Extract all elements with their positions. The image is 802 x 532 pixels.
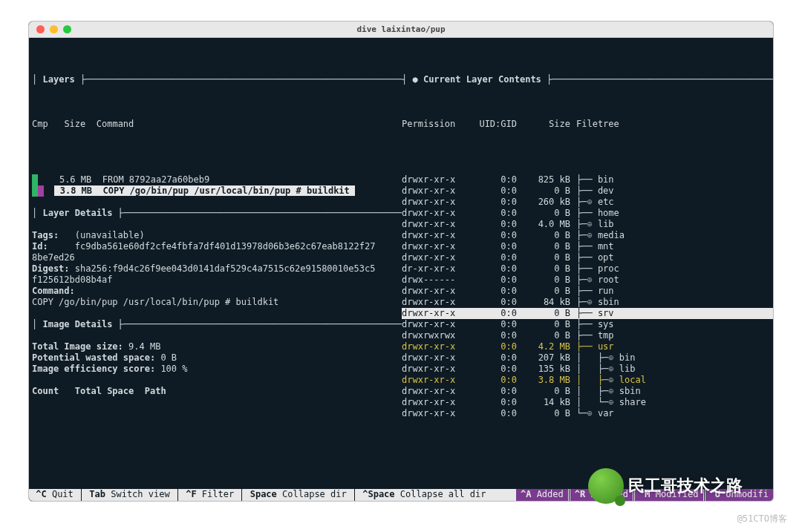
col-command: Command (97, 119, 134, 129)
left-line: COPY /go/bin/pup /usr/local/bin/pup # bu… (32, 297, 402, 308)
file-row[interactable]: drwxr-xr-x0:00 B│ ├─⊕ sbin (402, 386, 773, 397)
sb-cspace[interactable]: ^Space Collapse all dir (356, 489, 493, 501)
col-tree: Filetree (570, 119, 619, 130)
file-row[interactable]: drwxr-xr-x0:00 B├── srv (402, 308, 773, 319)
col-perm: Permission (402, 119, 472, 130)
file-row[interactable]: drwxr-xr-x0:00 B└─⊕ var (402, 408, 773, 419)
window-titlebar[interactable]: dive laixintao/pup (29, 22, 773, 38)
wechat-icon (588, 468, 624, 504)
left-line: f125612bd08b4af (32, 275, 402, 286)
left-line: Count Total Space Path (32, 386, 402, 397)
left-line: Command: (32, 286, 402, 297)
file-row[interactable]: drwxr-xr-x0:0825 kB├── bin (402, 174, 773, 185)
cmp-bar-green (32, 174, 38, 185)
file-row[interactable]: drwxr-xr-x0:084 kB├─⊕ sbin (402, 297, 773, 308)
col-cmp: Cmp (32, 119, 48, 129)
section-title: Layer Details (42, 208, 112, 219)
col-uid: UID:GID (472, 119, 517, 130)
left-line: Id: fc9dba561e60df2cfe4fbfa7df401d13978d… (32, 241, 402, 252)
file-row[interactable]: drwxr-xr-x0:0260 kB├─⊕ etc (402, 197, 773, 208)
layer-row[interactable]: 5.6 MB FROM 8792aa27a60beb9 (59, 174, 209, 185)
file-row[interactable]: drwxr-xr-x0:03.8 MB│ ├─⊕ local (402, 375, 773, 386)
file-row[interactable]: drwxrwxrwx0:00 B├── tmp (402, 330, 773, 341)
cmp-bar-purple (38, 185, 44, 197)
layers-pane-title: Layers (42, 74, 74, 85)
file-row[interactable]: drwxr-xr-x0:00 B├── run (402, 286, 773, 297)
left-line: Total Image size: 9.4 MB (32, 341, 402, 352)
left-line (32, 219, 402, 230)
left-line: Potential wasted space: 0 B (32, 352, 402, 364)
sb-quit[interactable]: ^C Quit (29, 489, 80, 501)
left-line (32, 197, 402, 208)
left-line (32, 330, 402, 341)
file-row[interactable]: drwxr-xr-x0:00 B├── dev (402, 185, 773, 197)
file-row[interactable]: drwxr-xr-x0:00 B├── home (402, 208, 773, 219)
channel-name: 民工哥技术之路 (628, 476, 743, 496)
file-row[interactable]: drwxr-xr-x0:00 B├── sys (402, 319, 773, 330)
sb-added[interactable]: ^A Added (516, 489, 568, 501)
contents-pane-title: Current Layer Contents (423, 74, 541, 85)
col-size: Size (64, 119, 85, 129)
watermark: @51CTO博客 (737, 513, 787, 525)
file-row[interactable]: drwxr-xr-x0:00 B├─⊕ media (402, 230, 773, 241)
file-row[interactable]: drwxr-xr-x0:00 B├── mnt (402, 241, 773, 252)
channel-logo: 民工哥技术之路 (588, 468, 743, 504)
window-title: dive laixintao/pup (29, 24, 773, 35)
left-line: Tags: (unavailable) (32, 230, 402, 241)
left-line (32, 308, 402, 319)
sb-filter[interactable]: ^F Filter (179, 489, 241, 501)
file-row[interactable]: drwxr-xr-x0:04.2 MB├── usr (402, 341, 773, 352)
terminal-body[interactable]: │ Layers ├ ┤ ● Current Layer Contents ├ … (29, 38, 773, 489)
sb-space[interactable]: Space Collapse dir (243, 489, 353, 501)
left-line: 5.6 MB FROM 8792aa27a60beb9 (32, 174, 402, 185)
terminal-window: dive laixintao/pup │ Layers ├ ┤ ● Curren… (28, 21, 774, 502)
left-line (32, 408, 402, 419)
file-row[interactable]: drwxr-xr-x0:014 kB│ └─⊕ share (402, 397, 773, 408)
left-line (32, 375, 402, 386)
file-row[interactable]: drwxr-xr-x0:00 B├── opt (402, 252, 773, 263)
file-row[interactable]: drwx------0:00 B├─⊕ root (402, 275, 773, 286)
file-row[interactable]: drwxr-xr-x0:04.0 MB├─⊕ lib (402, 219, 773, 230)
left-line: Digest: sha256:f9d4c26f9ee043d0141daf529… (32, 263, 402, 275)
layer-row-selected[interactable]: 3.8 MB COPY /go/bin/pup /usr/local/bin/p… (54, 185, 355, 196)
file-row[interactable]: drwxr-xr-x0:0135 kB│ ├─⊕ lib (402, 364, 773, 375)
file-row[interactable]: drwxr-xr-x0:0207 kB│ ├─⊕ bin (402, 352, 773, 364)
left-line: 3.8 MB COPY /go/bin/pup /usr/local/bin/p… (32, 185, 402, 197)
col-fsize: Size (517, 119, 570, 130)
sb-tab[interactable]: Tab Switch view (82, 489, 177, 501)
section-title: Image Details (42, 319, 112, 330)
file-row[interactable]: dr-xr-xr-x0:00 B├── proc (402, 263, 773, 275)
left-line: Image efficiency score: 100 % (32, 364, 402, 375)
cmp-bar-green (32, 185, 38, 197)
left-line: 8be7ed26 (32, 252, 402, 263)
left-line (32, 397, 402, 408)
